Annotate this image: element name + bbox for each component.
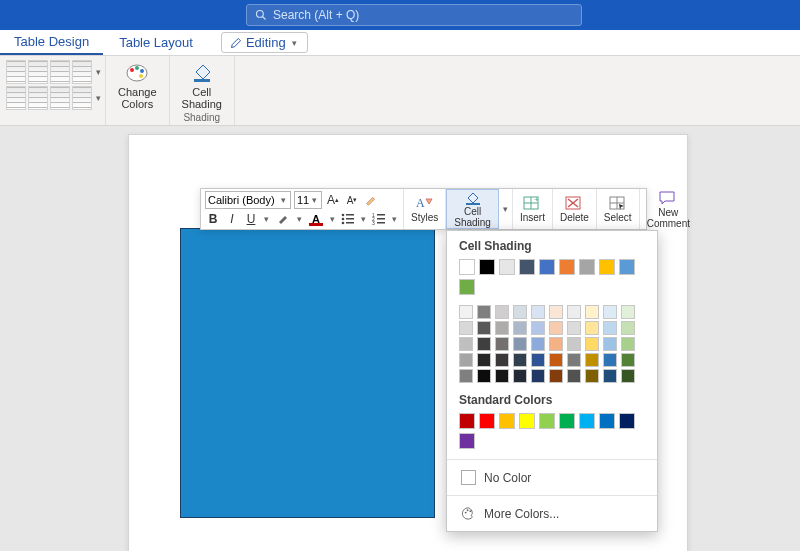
color-swatch[interactable] — [531, 369, 545, 383]
color-swatch[interactable] — [559, 259, 575, 275]
color-swatch[interactable] — [477, 353, 491, 367]
color-swatch[interactable] — [459, 353, 473, 367]
color-swatch[interactable] — [513, 321, 527, 335]
color-swatch[interactable] — [585, 337, 599, 351]
bold-button[interactable]: B — [205, 211, 221, 227]
color-swatch[interactable] — [539, 413, 555, 429]
color-swatch[interactable] — [479, 413, 495, 429]
color-swatch[interactable] — [549, 337, 563, 351]
cell-shading-button[interactable]: Cell Shading — [176, 60, 228, 112]
color-swatch[interactable] — [531, 353, 545, 367]
color-swatch[interactable] — [477, 305, 491, 319]
color-swatch[interactable] — [459, 369, 473, 383]
color-swatch[interactable] — [477, 369, 491, 383]
color-swatch[interactable] — [567, 369, 581, 383]
color-swatch[interactable] — [579, 413, 595, 429]
color-swatch[interactable] — [459, 413, 475, 429]
format-painter-button[interactable] — [363, 192, 379, 208]
italic-button[interactable]: I — [224, 211, 240, 227]
color-swatch[interactable] — [621, 369, 635, 383]
color-swatch[interactable] — [519, 259, 535, 275]
color-swatch[interactable] — [567, 337, 581, 351]
insert-button[interactable]: + Insert — [513, 189, 553, 229]
color-swatch[interactable] — [459, 321, 473, 335]
color-swatch[interactable] — [559, 413, 575, 429]
grow-font-button[interactable]: A▴ — [325, 192, 341, 208]
table-style-gallery[interactable]: ▾ — [6, 60, 103, 84]
color-swatch[interactable] — [621, 337, 635, 351]
color-swatch[interactable] — [603, 305, 617, 319]
table-style-gallery-row2[interactable]: ▾ — [6, 86, 103, 110]
no-color-item[interactable]: No Color — [459, 466, 645, 489]
color-swatch[interactable] — [567, 353, 581, 367]
font-color-button[interactable]: A — [307, 211, 325, 227]
color-swatch[interactable] — [599, 413, 615, 429]
color-swatch[interactable] — [459, 337, 473, 351]
color-swatch[interactable] — [599, 259, 615, 275]
search-box[interactable]: Search (Alt + Q) — [246, 4, 582, 26]
color-swatch[interactable] — [459, 433, 475, 449]
color-swatch[interactable] — [567, 305, 581, 319]
font-size-select[interactable]: 11▾ — [294, 191, 322, 209]
color-swatch[interactable] — [549, 321, 563, 335]
tab-table-layout[interactable]: Table Layout — [105, 30, 207, 55]
color-swatch[interactable] — [539, 259, 555, 275]
color-swatch[interactable] — [459, 259, 475, 275]
styles-button[interactable]: A Styles — [404, 189, 446, 229]
shrink-font-button[interactable]: A▾ — [344, 192, 360, 208]
highlight-color-button[interactable] — [274, 211, 292, 227]
color-swatch[interactable] — [579, 259, 595, 275]
color-swatch[interactable] — [459, 279, 475, 295]
delete-button[interactable]: Delete — [553, 189, 597, 229]
color-swatch[interactable] — [603, 321, 617, 335]
color-swatch[interactable] — [585, 305, 599, 319]
color-swatch[interactable] — [549, 353, 563, 367]
color-swatch[interactable] — [603, 369, 617, 383]
color-swatch[interactable] — [477, 321, 491, 335]
font-name-select[interactable]: Calibri (Body)▾ — [205, 191, 291, 209]
color-swatch[interactable] — [495, 369, 509, 383]
color-swatch[interactable] — [513, 353, 527, 367]
color-swatch[interactable] — [531, 321, 545, 335]
cell-shading-dropdown-arrow[interactable]: ▾ — [499, 189, 513, 229]
color-swatch[interactable] — [495, 321, 509, 335]
color-swatch[interactable] — [619, 413, 635, 429]
color-swatch[interactable] — [585, 353, 599, 367]
color-swatch[interactable] — [499, 413, 515, 429]
color-swatch[interactable] — [479, 259, 495, 275]
color-swatch[interactable] — [495, 305, 509, 319]
color-swatch[interactable] — [531, 337, 545, 351]
cell-shading-split-button[interactable]: Cell Shading — [446, 189, 499, 229]
tab-table-design[interactable]: Table Design — [0, 30, 103, 55]
color-swatch[interactable] — [459, 305, 473, 319]
more-colors-item[interactable]: More Colors... — [459, 502, 645, 525]
color-swatch[interactable] — [495, 337, 509, 351]
color-swatch[interactable] — [513, 337, 527, 351]
color-swatch[interactable] — [477, 337, 491, 351]
new-comment-button[interactable]: New Comment — [640, 189, 697, 229]
selected-table-cell[interactable] — [180, 228, 435, 518]
color-swatch[interactable] — [621, 305, 635, 319]
editing-mode-dropdown[interactable]: Editing ▾ — [221, 32, 308, 53]
color-swatch[interactable] — [549, 369, 563, 383]
color-swatch[interactable] — [513, 369, 527, 383]
color-swatch[interactable] — [585, 321, 599, 335]
color-swatch[interactable] — [585, 369, 599, 383]
color-swatch[interactable] — [499, 259, 515, 275]
color-swatch[interactable] — [603, 353, 617, 367]
color-swatch[interactable] — [621, 321, 635, 335]
change-colors-button[interactable]: Change Colors — [112, 60, 163, 112]
underline-button[interactable]: U — [243, 211, 259, 227]
color-swatch[interactable] — [519, 413, 535, 429]
color-swatch[interactable] — [603, 337, 617, 351]
color-swatch[interactable] — [567, 321, 581, 335]
select-button[interactable]: Select — [597, 189, 640, 229]
color-swatch[interactable] — [495, 353, 509, 367]
color-swatch[interactable] — [619, 259, 635, 275]
numbering-button[interactable]: 123 — [371, 211, 387, 227]
bullets-button[interactable] — [340, 211, 356, 227]
color-swatch[interactable] — [549, 305, 563, 319]
color-swatch[interactable] — [531, 305, 545, 319]
color-swatch[interactable] — [513, 305, 527, 319]
color-swatch[interactable] — [621, 353, 635, 367]
